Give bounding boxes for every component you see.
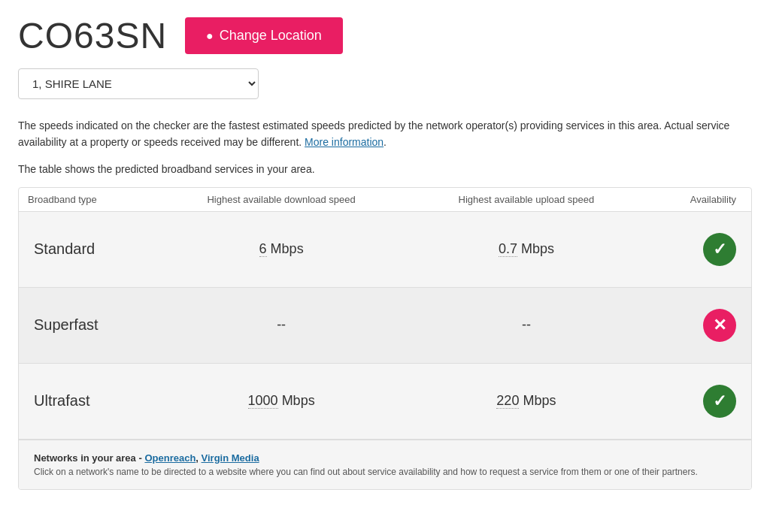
available-icon: ✓ bbox=[703, 385, 736, 418]
table-header-row: Broadband type Highest available downloa… bbox=[19, 188, 751, 212]
col-header-download: Highest available download speed bbox=[154, 188, 409, 212]
table-row: Standard6 Mbps0.7 Mbps✓ bbox=[19, 211, 751, 287]
cell-download: 1000 Mbps bbox=[154, 363, 409, 439]
cell-type: Standard bbox=[19, 211, 154, 287]
unavailable-icon: ✕ bbox=[703, 309, 736, 342]
download-speed-value: 1000 bbox=[248, 393, 278, 409]
cell-availability: ✓ bbox=[644, 211, 751, 287]
cell-availability: ✕ bbox=[644, 287, 751, 363]
col-header-type: Broadband type bbox=[19, 188, 154, 212]
cell-upload: 220 Mbps bbox=[408, 363, 644, 439]
cell-type: Superfast bbox=[19, 287, 154, 363]
cell-upload: -- bbox=[408, 287, 644, 363]
broadband-table: Broadband type Highest available downloa… bbox=[19, 188, 751, 440]
info-paragraph-1: The speeds indicated on the checker are … bbox=[18, 117, 752, 151]
cell-type: Ultrafast bbox=[19, 363, 154, 439]
cell-availability: ✓ bbox=[644, 363, 751, 439]
change-location-button[interactable]: ● Change Location bbox=[185, 17, 343, 54]
available-icon: ✓ bbox=[703, 233, 736, 266]
postcode-title: CO63SN bbox=[18, 15, 167, 56]
cell-download: -- bbox=[154, 287, 409, 363]
networks-footer: Networks in your area - Openreach, Virgi… bbox=[19, 440, 751, 489]
address-select[interactable]: 1, SHIRE LANE bbox=[18, 68, 259, 99]
cell-download: 6 Mbps bbox=[154, 211, 409, 287]
table-row: Superfast----✕ bbox=[19, 287, 751, 363]
col-header-upload: Highest available upload speed bbox=[408, 188, 644, 212]
col-header-availability: Availability bbox=[644, 188, 751, 212]
networks-title: Networks in your area - Openreach, Virgi… bbox=[34, 452, 736, 464]
table-intro-text: The table shows the predicted broadband … bbox=[18, 163, 752, 175]
page-header: CO63SN ● Change Location bbox=[18, 15, 752, 56]
cell-upload: 0.7 Mbps bbox=[408, 211, 644, 287]
upload-speed-value: 0.7 bbox=[499, 241, 517, 257]
more-information-link[interactable]: More information bbox=[305, 136, 383, 148]
openreach-link[interactable]: Openreach bbox=[144, 452, 196, 464]
broadband-table-wrapper: Broadband type Highest available downloa… bbox=[18, 187, 752, 490]
change-location-label: Change Location bbox=[220, 28, 322, 44]
table-row: Ultrafast1000 Mbps220 Mbps✓ bbox=[19, 363, 751, 439]
networks-note: Click on a network's name to be directed… bbox=[34, 467, 736, 477]
virgin-media-link[interactable]: Virgin Media bbox=[202, 452, 259, 464]
download-speed-value: 6 bbox=[259, 241, 267, 257]
location-pin-icon: ● bbox=[206, 29, 214, 43]
upload-speed-value: 220 bbox=[496, 393, 519, 409]
